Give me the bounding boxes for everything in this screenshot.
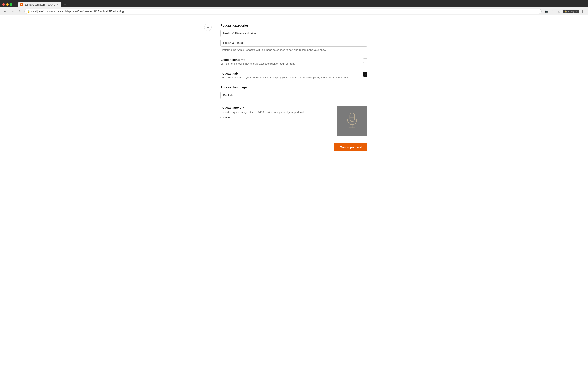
svg-rect-0 xyxy=(350,113,355,122)
tab-favicon: S xyxy=(20,3,23,6)
podcast-tab-title: Podcast tab xyxy=(221,72,360,75)
tab-close-button[interactable]: × xyxy=(56,3,59,6)
podcast-categories-section: Podcast categories Health & Fitness - Nu… xyxy=(221,24,367,51)
category2-select[interactable]: Health & Fitness Health & Fitness - Nutr… xyxy=(221,39,367,47)
category2-wrapper: Health & Fitness Health & Fitness - Nutr… xyxy=(221,39,367,47)
language-wrapper: English Spanish French German Japanese ⌄ xyxy=(221,92,367,99)
browser-more-button[interactable]: ⋮ xyxy=(580,8,586,14)
back-button[interactable]: ← xyxy=(204,24,212,31)
page-inner: ← Podcast categories Health & Fitness - … xyxy=(221,24,367,358)
tab-bar: S Substack Dashboard - Sarah's × + xyxy=(16,2,70,7)
camera-off-icon[interactable]: 📷 xyxy=(543,8,549,14)
language-section-title: Podcast language xyxy=(221,86,367,89)
browser-actions: 📷 ☆ ⊡ 🕵 Incognito ⋮ xyxy=(543,8,586,14)
explicit-text: Explicit content? Let listeners know if … xyxy=(221,58,360,65)
artwork-description: Upload a square image at least 1400px wi… xyxy=(221,110,333,114)
split-view-button[interactable]: ⊡ xyxy=(556,8,562,14)
explicit-description: Let listeners know if they should expect… xyxy=(221,62,360,65)
categories-helper-text: Platforms like Apple Podcasts will use t… xyxy=(221,48,367,51)
address-bar-row: ← → ↻ 🔒 sarahjonas1.substack.com/publish… xyxy=(0,7,588,16)
create-podcast-button[interactable]: Create podcast xyxy=(334,143,367,151)
explicit-title: Explicit content? xyxy=(221,58,360,61)
active-tab[interactable]: S Substack Dashboard - Sarah's × xyxy=(18,2,61,7)
address-bar[interactable]: 🔒 sarahjonas1.substack.com/publish/podca… xyxy=(25,9,542,14)
artwork-title: Podcast artwork xyxy=(221,106,333,109)
explicit-content-section: Explicit content? Let listeners know if … xyxy=(221,58,367,65)
incognito-badge: 🕵 Incognito xyxy=(563,10,579,13)
secure-lock-icon: 🔒 xyxy=(27,10,30,13)
podcast-language-section: Podcast language English Spanish French … xyxy=(221,86,367,99)
traffic-lights xyxy=(2,3,12,6)
maximize-window-button[interactable] xyxy=(10,3,12,6)
podcast-tab-description: Add a Podcast tab to your publication si… xyxy=(221,76,360,79)
browser-chrome: S Substack Dashboard - Sarah's × + ⋯ ← →… xyxy=(0,0,588,16)
artwork-row: Podcast artwork Upload a square image at… xyxy=(221,106,367,136)
artwork-text-block: Podcast artwork Upload a square image at… xyxy=(221,106,333,119)
incognito-label: Incognito xyxy=(568,10,577,13)
podcast-artwork-section: Podcast artwork Upload a square image at… xyxy=(221,106,367,136)
page-content: ← Podcast categories Health & Fitness - … xyxy=(0,16,588,366)
close-window-button[interactable] xyxy=(2,3,5,6)
minimize-window-button[interactable] xyxy=(6,3,9,6)
artwork-preview[interactable] xyxy=(337,106,367,136)
forward-nav-button[interactable]: → xyxy=(10,8,16,14)
change-artwork-link[interactable]: Change xyxy=(221,116,230,119)
category1-wrapper: Health & Fitness - Nutrition Health & Fi… xyxy=(221,30,367,37)
bookmark-button[interactable]: ☆ xyxy=(550,8,555,14)
tab-title-text: Substack Dashboard - Sarah's xyxy=(25,3,55,6)
explicit-checkbox[interactable] xyxy=(363,58,367,63)
podcast-tab-checkbox-row: Podcast tab Add a Podcast tab to your pu… xyxy=(221,72,367,79)
browser-menu-button[interactable]: ⋯ xyxy=(582,2,586,6)
microphone-icon xyxy=(344,112,360,130)
create-button-row: Create podcast xyxy=(221,143,367,151)
incognito-icon: 🕵 xyxy=(564,10,567,13)
back-nav-button[interactable]: ← xyxy=(2,8,8,14)
categories-section-title: Podcast categories xyxy=(221,24,367,27)
language-select[interactable]: English Spanish French German Japanese xyxy=(221,92,367,99)
explicit-checkbox-row: Explicit content? Let listeners know if … xyxy=(221,58,367,65)
podcast-tab-text: Podcast tab Add a Podcast tab to your pu… xyxy=(221,72,360,79)
podcast-tab-section: Podcast tab Add a Podcast tab to your pu… xyxy=(221,72,367,79)
new-tab-button[interactable]: + xyxy=(62,2,68,7)
podcast-tab-checkbox[interactable]: ✓ xyxy=(363,72,367,77)
reload-button[interactable]: ↻ xyxy=(17,8,23,14)
address-text: sarahjonas1.substack.com/publish/podcast… xyxy=(31,10,539,13)
category1-select[interactable]: Health & Fitness - Nutrition Health & Fi… xyxy=(221,30,367,37)
